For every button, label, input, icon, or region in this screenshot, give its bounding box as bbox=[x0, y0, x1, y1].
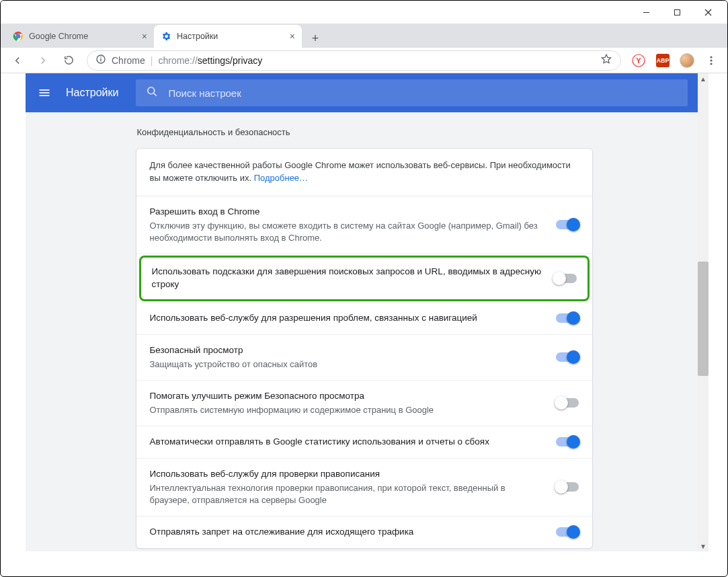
setting-row-title: Разрешить вход в Chrome bbox=[150, 206, 544, 219]
search-icon bbox=[145, 85, 159, 101]
settings-app: Настройки Конфиденциальность и безопасно… bbox=[26, 73, 702, 551]
toggle-switch[interactable] bbox=[556, 437, 579, 447]
svg-point-14 bbox=[710, 63, 712, 65]
setting-row-subtitle: Отключив эту функцию, вы сможете входить… bbox=[150, 220, 544, 244]
scroll-up-arrow-icon[interactable]: ▲ bbox=[698, 73, 709, 84]
toggle-knob bbox=[567, 218, 580, 231]
adblock-extension-icon[interactable]: ABP bbox=[652, 50, 674, 71]
setting-row: Разрешить вход в ChromeОтключив эту функ… bbox=[136, 196, 592, 254]
setting-row: Использовать веб-службу для разрешения п… bbox=[136, 303, 592, 335]
tab-label: Настройки bbox=[177, 32, 218, 41]
tab-strip: Google Chrome × Настройки × + bbox=[1, 24, 727, 48]
privacy-card: Для более качественной работы Google Chr… bbox=[136, 148, 593, 549]
setting-row-subtitle: Отправлять системную информацию и содерж… bbox=[150, 404, 544, 416]
window-maximize-button[interactable] bbox=[661, 1, 692, 23]
abp-label: ABP bbox=[656, 54, 670, 67]
settings-app-title: Настройки bbox=[66, 87, 118, 99]
settings-body[interactable]: Конфиденциальность и безопасность Для бо… bbox=[26, 112, 702, 551]
window-titlebar bbox=[1, 1, 727, 24]
setting-row: Отправлять запрет на отслеживание для ис… bbox=[136, 516, 592, 548]
setting-row: Использовать подсказки для завершения по… bbox=[139, 256, 590, 301]
menu-button[interactable] bbox=[35, 83, 54, 102]
window-close-button[interactable] bbox=[692, 1, 723, 23]
tab-label: Google Chrome bbox=[29, 32, 88, 41]
setting-row-title: Безопасный просмотр bbox=[150, 344, 544, 357]
settings-search-input[interactable] bbox=[168, 87, 678, 99]
toggle-switch[interactable] bbox=[556, 527, 579, 537]
settings-search-box[interactable] bbox=[136, 79, 688, 106]
svg-rect-1 bbox=[674, 9, 680, 15]
section-title: Конфиденциальность и безопасность bbox=[136, 127, 593, 137]
privacy-intro: Для более качественной работы Google Chr… bbox=[136, 149, 592, 196]
toggle-knob bbox=[555, 480, 568, 494]
svg-point-12 bbox=[710, 56, 712, 58]
setting-row-title: Использовать веб-службу для проверки пра… bbox=[150, 468, 544, 481]
svg-line-19 bbox=[154, 93, 157, 96]
url-host: chrome:// bbox=[158, 55, 197, 66]
setting-row: Использовать веб-службу для проверки пра… bbox=[136, 459, 592, 516]
settings-header: Настройки bbox=[26, 73, 702, 112]
close-icon[interactable]: × bbox=[142, 31, 147, 42]
bookmark-star-icon[interactable] bbox=[600, 53, 612, 67]
learn-more-link[interactable]: Подробнее… bbox=[254, 173, 308, 183]
intro-text: Для более качественной работы Google Chr… bbox=[150, 160, 571, 183]
toggle-switch[interactable] bbox=[556, 220, 579, 229]
svg-rect-15 bbox=[40, 89, 50, 91]
forward-button[interactable] bbox=[32, 50, 54, 71]
toggle-switch[interactable] bbox=[556, 352, 579, 362]
setting-row-subtitle: Интеллектуальная технология проверки пра… bbox=[150, 482, 544, 506]
url-scheme-label: Chrome bbox=[112, 55, 145, 66]
setting-row: Безопасный просмотрЗащищать устройство о… bbox=[136, 335, 592, 381]
setting-row-title: Автоматически отправлять в Google статис… bbox=[150, 436, 544, 449]
setting-row-text: Использовать веб-службу для проверки пра… bbox=[150, 468, 544, 506]
new-tab-button[interactable]: + bbox=[306, 29, 325, 48]
setting-row-text: Использовать подсказки для завершения по… bbox=[152, 266, 542, 291]
setting-row-title: Помогать улучшить режим Безопасного прос… bbox=[150, 390, 544, 403]
profile-avatar[interactable] bbox=[676, 50, 698, 71]
toggle-knob bbox=[553, 272, 566, 285]
svg-point-18 bbox=[148, 87, 155, 94]
setting-row-text: Безопасный просмотрЗащищать устройство о… bbox=[150, 344, 544, 371]
toggle-knob bbox=[555, 396, 568, 410]
window-minimize-button[interactable] bbox=[631, 1, 661, 23]
site-info-icon[interactable] bbox=[95, 54, 106, 67]
scrollbar-thumb[interactable] bbox=[698, 262, 709, 376]
browser-menu-button[interactable] bbox=[700, 50, 722, 71]
setting-row: Помогать улучшить режим Безопасного прос… bbox=[136, 381, 592, 426]
svg-point-13 bbox=[710, 59, 712, 61]
toggle-knob bbox=[567, 525, 580, 539]
toggle-knob bbox=[567, 350, 580, 364]
setting-row-title: Использовать веб-службу для разрешения п… bbox=[150, 312, 544, 325]
toggle-switch[interactable] bbox=[556, 398, 579, 408]
svg-rect-8 bbox=[100, 59, 101, 62]
back-button[interactable] bbox=[6, 50, 29, 71]
setting-row-text: Помогать улучшить режим Безопасного прос… bbox=[150, 390, 544, 416]
setting-row-text: Отправлять запрет на отслеживание для ис… bbox=[150, 526, 544, 539]
close-icon[interactable]: × bbox=[290, 31, 295, 42]
setting-row: Автоматически отправлять в Google статис… bbox=[136, 426, 592, 459]
toggle-switch[interactable] bbox=[556, 482, 579, 492]
reload-button[interactable] bbox=[57, 50, 80, 71]
setting-row-text: Использовать веб-службу для разрешения п… bbox=[150, 312, 544, 325]
page-scrollbar[interactable]: ▲ ▼ bbox=[698, 73, 709, 551]
address-bar[interactable]: Chrome | chrome://settings/privacy bbox=[87, 50, 621, 71]
toggle-switch[interactable] bbox=[554, 274, 577, 283]
toggle-knob bbox=[567, 435, 580, 449]
avatar bbox=[680, 53, 694, 68]
tab-settings[interactable]: Настройки × bbox=[154, 25, 302, 48]
yandex-extension-icon[interactable]: Y bbox=[628, 50, 649, 71]
scroll-down-arrow-icon[interactable]: ▼ bbox=[698, 541, 709, 551]
svg-rect-9 bbox=[100, 56, 101, 57]
browser-toolbar: Chrome | chrome://settings/privacy Y ABP bbox=[1, 48, 727, 73]
svg-rect-17 bbox=[40, 95, 50, 96]
setting-row-title: Использовать подсказки для завершения по… bbox=[152, 266, 542, 291]
url-path: settings/privacy bbox=[198, 55, 262, 66]
tab-google-chrome[interactable]: Google Chrome × bbox=[6, 25, 154, 48]
setting-row-title: Отправлять запрет на отслеживание для ис… bbox=[150, 526, 544, 539]
setting-row-text: Разрешить вход в ChromeОтключив эту функ… bbox=[150, 206, 544, 244]
toggle-switch[interactable] bbox=[556, 313, 579, 323]
svg-rect-16 bbox=[40, 92, 50, 93]
toggle-knob bbox=[567, 311, 580, 325]
setting-row-text: Автоматически отправлять в Google статис… bbox=[150, 436, 544, 449]
gear-icon bbox=[161, 31, 171, 42]
